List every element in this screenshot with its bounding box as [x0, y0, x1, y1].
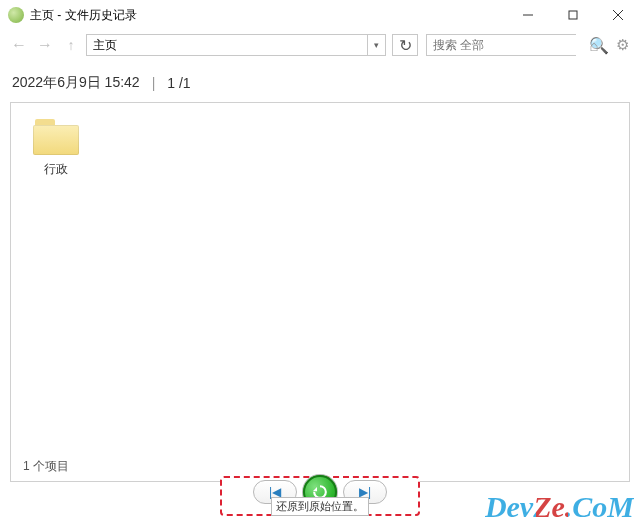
- folder-icon: [32, 117, 80, 157]
- gear-icon[interactable]: ⚙: [612, 35, 632, 55]
- minimize-button[interactable]: [505, 0, 550, 30]
- maximize-button[interactable]: [550, 0, 595, 30]
- page-header: 2022年6月9日 15:42 | 1 /1: [10, 72, 630, 96]
- page-indicator: 1 /1: [167, 75, 190, 91]
- address-bar[interactable]: ▾: [86, 34, 386, 56]
- refresh-button[interactable]: ↻: [392, 34, 418, 56]
- folder-label: 行政: [25, 161, 87, 178]
- restore-tooltip: 还原到原始位置。: [271, 497, 369, 516]
- close-button[interactable]: [595, 0, 640, 30]
- navigation-bar: ← → ↑ ▾ ↻ 🔍 ⌂ ⚙: [0, 30, 640, 60]
- window-controls: [505, 0, 640, 30]
- home-icon[interactable]: ⌂: [584, 35, 604, 55]
- bottom-controls: |◀ ▶| ↖ 还原到原始位置。: [0, 476, 640, 516]
- status-item-count: 1 个项目: [23, 458, 69, 475]
- app-icon: [8, 7, 24, 23]
- folder-item[interactable]: 行政: [25, 117, 87, 178]
- main-panel: 2022年6月9日 15:42 | 1 /1 行政 1 个项目: [0, 60, 640, 496]
- back-button[interactable]: ←: [8, 34, 30, 56]
- search-input[interactable]: [427, 35, 589, 55]
- snapshot-timestamp: 2022年6月9日 15:42: [12, 74, 140, 92]
- forward-button[interactable]: →: [34, 34, 56, 56]
- page-separator: |: [152, 75, 156, 91]
- up-button[interactable]: ↑: [60, 34, 82, 56]
- window-title: 主页 - 文件历史记录: [30, 7, 505, 24]
- title-bar: 主页 - 文件历史记录: [0, 0, 640, 30]
- search-box[interactable]: 🔍: [426, 34, 576, 56]
- content-area: 行政 1 个项目: [10, 102, 630, 482]
- svg-rect-1: [569, 11, 577, 19]
- address-dropdown-icon[interactable]: ▾: [367, 35, 385, 55]
- address-input[interactable]: [87, 35, 367, 55]
- item-grid: 行政: [25, 117, 615, 178]
- history-controls: |◀ ▶| ↖ 还原到原始位置。: [220, 476, 420, 516]
